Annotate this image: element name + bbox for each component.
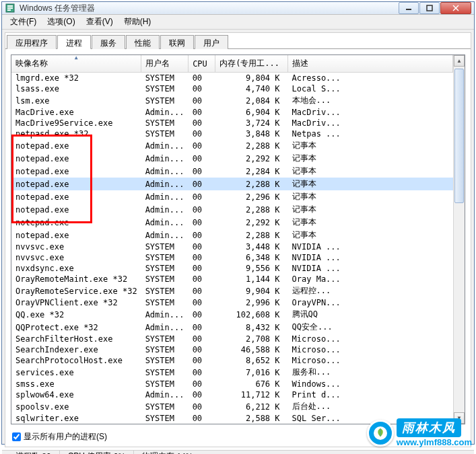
table-row[interactable]: lsm.exeSYSTEM002,084 K本地会... [11,94,453,107]
table-row[interactable]: notepad.exeAdmin...002,288 K记事本 [11,178,453,190]
minimize-button[interactable] [399,2,419,14]
table-row[interactable]: notepad.exeAdmin...002,288 K记事本 [11,203,453,216]
show-all-users-input[interactable] [12,432,21,441]
cell-desc: 后台处... [288,400,453,413]
titlebar[interactable]: Windows 任务管理器 [2,2,474,15]
table-row[interactable]: nvxdsync.exeSYSTEM009,556 KNVIDIA ... [11,263,453,274]
cell-desc: 服务和... [288,366,453,379]
cell-mem: 2,288 K [215,229,288,241]
cell-desc: 远程控... [288,285,453,297]
cell-cpu: 00 [189,203,215,216]
column-header-cpu[interactable]: CPU [189,55,215,73]
table-row[interactable]: SearchIndexer.exeSYSTEM0046,588 KMicroso… [11,344,453,355]
cell-user: SYSTEM [141,83,189,94]
svg-rect-2 [7,7,13,9]
cell-mem: 6,212 K [215,400,288,413]
table-row[interactable]: MacDrive.exeAdmin...006,904 KMacDriv... [11,107,453,118]
show-all-users-label: 显示所有用户的进程(S) [24,431,107,443]
menu-view[interactable]: 查看(V) [81,15,118,29]
close-button[interactable] [440,2,471,14]
cell-name: OrayRemoteService.exe *32 [11,285,141,297]
cell-cpu: 00 [189,285,215,297]
table-row[interactable]: OrayRemoteMaint.exe *32SYSTEM001,144 KOr… [11,274,453,285]
table-row[interactable]: spoolsv.exeSYSTEM006,212 K后台处... [11,400,453,413]
cell-name: notepad.exe [11,152,141,165]
table-row[interactable]: MacDrive9Service.exeSYSTEM003,724 KMacDr… [11,118,453,128]
tab-services[interactable]: 服务 [92,35,125,49]
sort-ascending-icon: ▲ [75,55,78,61]
table-row[interactable]: notepad.exeAdmin...002,292 K记事本 [11,216,453,229]
cell-desc: 记事本 [288,178,453,190]
column-header-user[interactable]: 用户名 [141,55,189,73]
watermark-text: 雨林木风 [397,418,461,437]
tab-performance[interactable]: 性能 [126,35,160,49]
column-header-name[interactable]: ▲映像名称 [11,55,141,73]
cell-desc: OrayVPN... [288,297,453,308]
table-row[interactable]: lmgrd.exe *32SYSTEM009,804 KAcresso... [11,73,453,84]
table-row[interactable]: SearchFilterHost.exeSYSTEM002,708 KMicro… [11,334,453,344]
table-row[interactable]: splwow64.exeAdmin...0011,712 KPrint d... [11,389,453,400]
table-row[interactable]: SearchProtocolHost.exeSYSTEM008,652 KMic… [11,355,453,366]
table-row[interactable]: notepad.exeAdmin...002,288 K记事本 [11,139,453,152]
table-row[interactable]: nvvsvc.exeSYSTEM006,348 KNVIDIA ... [11,252,453,263]
cell-desc: NVIDIA ... [288,252,453,263]
svg-rect-5 [427,5,432,11]
maximize-button[interactable] [419,2,440,14]
table-row[interactable]: OrayVPNClient.exe *32SYSTEM002,996 KOray… [11,297,453,308]
table-row[interactable]: nvvsvc.exeSYSTEM003,448 KNVIDIA ... [11,241,453,252]
cell-user: Admin... [141,165,189,178]
tab-users[interactable]: 用户 [195,35,228,49]
cell-user: SYSTEM [141,344,189,355]
cell-cpu: 00 [189,118,215,128]
cell-user: SYSTEM [141,252,189,263]
table-row[interactable]: netpasd.exe *32SYSTEM003,848 KNetpas ... [11,128,453,139]
cell-name: notepad.exe [11,178,141,190]
cell-mem: 2,084 K [215,94,288,107]
column-header-description[interactable]: 描述 [288,55,453,73]
menu-file[interactable]: 文件(F) [5,15,42,29]
cell-user: Admin... [141,308,189,321]
task-manager-window: Windows 任务管理器 文件(F) 选项(O) 查看(V) 帮助(H) 应用… [1,1,475,445]
table-row[interactable]: notepad.exeAdmin...002,296 K记事本 [11,190,453,203]
cell-name: lsass.exe [11,83,141,94]
table-row[interactable]: QQ.exe *32Admin...00102,608 K腾讯QQ [11,308,453,321]
tab-networking[interactable]: 联网 [160,35,194,49]
cell-mem: 7,016 K [215,366,288,379]
cell-desc: Local S... [288,83,453,94]
table-row[interactable]: notepad.exeAdmin...002,292 K记事本 [11,152,453,165]
cell-cpu: 00 [189,73,215,84]
scroll-thumb[interactable] [454,69,464,203]
cell-cpu: 00 [189,297,215,308]
cell-cpu: 00 [189,252,215,263]
cell-name: QQ.exe *32 [11,308,141,321]
column-header-memory[interactable]: 内存(专用工... [215,55,288,73]
table-row[interactable]: notepad.exeAdmin...002,288 K记事本 [11,229,453,241]
table-row[interactable]: QQProtect.exe *32Admin...008,432 KQQ安全..… [11,321,453,334]
show-all-users-checkbox[interactable]: 显示所有用户的进程(S) [12,431,107,443]
cell-cpu: 00 [189,128,215,139]
scroll-up-button[interactable]: ▲ [454,55,465,67]
cell-name: notepad.exe [11,139,141,152]
table-row[interactable]: lsass.exeSYSTEM004,740 KLocal S... [11,83,453,94]
table-row[interactable]: smss.exeSYSTEM00676 KWindows... [11,379,453,389]
menu-options[interactable]: 选项(O) [42,15,80,29]
tab-processes[interactable]: 进程 [57,35,91,49]
cell-user: SYSTEM [141,413,189,424]
table-row[interactable]: notepad.exeAdmin...002,284 K记事本 [11,165,453,178]
tab-applications[interactable]: 应用程序 [7,35,57,49]
cell-user: SYSTEM [141,241,189,252]
cell-user: Admin... [141,389,189,400]
cell-desc: 记事本 [288,203,453,216]
cell-name: OrayRemoteMaint.exe *32 [11,274,141,285]
table-row[interactable]: OrayRemoteService.exe *32SYSTEM009,904 K… [11,285,453,297]
cell-name: services.exe [11,366,141,379]
cell-cpu: 00 [189,334,215,344]
statusbar: 进程数: 82 CPU 使用率: 0% 物理内存: 14% [2,450,474,454]
cell-cpu: 00 [189,366,215,379]
vertical-scrollbar[interactable]: ▲ ▼ [453,55,465,424]
menu-help[interactable]: 帮助(H) [118,15,157,29]
table-row[interactable]: services.exeSYSTEM007,016 K服务和... [11,366,453,379]
cell-user: SYSTEM [141,400,189,413]
cell-mem: 9,904 K [215,285,288,297]
cell-name: sqlwriter.exe [11,413,141,424]
